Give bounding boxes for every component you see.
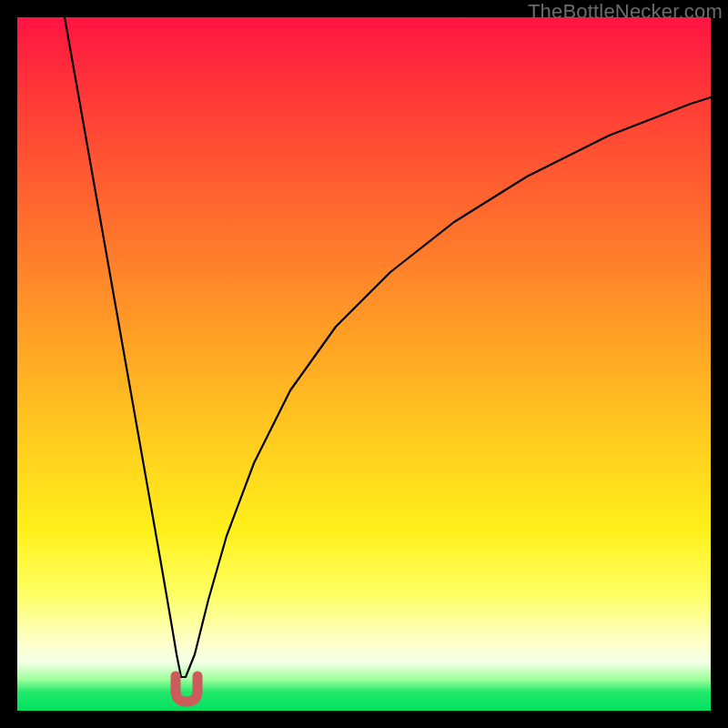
- plot-area: [17, 17, 711, 711]
- curve-svg: [17, 17, 711, 711]
- bottleneck-curve: [65, 17, 711, 677]
- chart-frame: TheBottleNecker.com: [0, 0, 728, 728]
- attribution-text: TheBottleNecker.com: [528, 0, 723, 24]
